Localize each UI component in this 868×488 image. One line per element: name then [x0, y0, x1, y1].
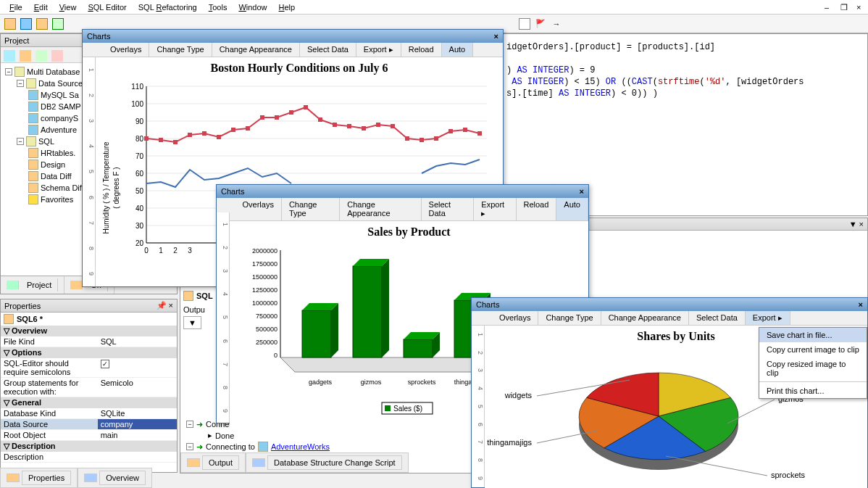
pin-icon[interactable]: 📌: [157, 301, 167, 310]
chart-title: Boston Hourly Conditions on July 6: [96, 57, 503, 79]
menu-sql-refactoring[interactable]: SQL Refactoring: [133, 1, 203, 13]
toolbar-icon[interactable]: [517, 17, 532, 31]
toolbar-icon[interactable]: →: [549, 17, 564, 31]
output-label: Outpu: [183, 305, 205, 314]
btn-change-type[interactable]: Change Type: [149, 43, 212, 57]
close-icon[interactable]: ×: [169, 301, 173, 310]
svg-text:2000000: 2000000: [252, 247, 277, 255]
restore-icon[interactable]: ❐: [835, 1, 848, 14]
svg-text:1500000: 1500000: [252, 273, 277, 281]
toolbar-icon[interactable]: [35, 17, 49, 31]
btn-export[interactable]: Export ▸: [474, 198, 516, 220]
svg-text:1: 1: [159, 247, 163, 255]
btn-auto[interactable]: Auto: [442, 43, 474, 57]
tab-overview[interactable]: Overview: [78, 468, 152, 488]
svg-text:90: 90: [135, 117, 144, 125]
prop-row[interactable]: SQL-Editor should require semicolons✓: [1, 358, 177, 378]
menu-copy-resized[interactable]: Copy resized image to clip: [759, 357, 867, 380]
svg-text:thingamajigs: thingamajigs: [487, 438, 532, 447]
prop-row[interactable]: File KindSQL: [1, 336, 177, 347]
btn-reload[interactable]: Reload: [517, 198, 557, 220]
close-icon[interactable]: ×: [580, 187, 584, 196]
dropdown-icon[interactable]: ▼: [849, 220, 857, 228]
expander-icon[interactable]: −: [186, 443, 193, 450]
filter-icon[interactable]: ▼: [183, 316, 201, 329]
btn-select-data[interactable]: Select Data: [689, 311, 746, 325]
btn-export[interactable]: Export ▸: [746, 311, 790, 325]
svg-rect-29: [188, 133, 192, 137]
section-description[interactable]: ▽ Description: [1, 441, 177, 452]
svg-text:80: 80: [135, 135, 144, 143]
tab-properties[interactable]: Properties: [0, 468, 78, 488]
svg-text:750000: 750000: [256, 313, 277, 320]
svg-rect-41: [362, 126, 366, 131]
expander-icon[interactable]: −: [186, 421, 193, 428]
prop-row[interactable]: Root Objectmain: [1, 430, 177, 441]
btn-reload[interactable]: Reload: [401, 43, 442, 57]
flag-icon[interactable]: 🚩: [533, 17, 548, 31]
svg-rect-38: [318, 117, 322, 122]
btn-change-appearance[interactable]: Change Appearance: [601, 311, 689, 325]
tab-output[interactable]: Output: [180, 452, 246, 473]
btn-change-type[interactable]: Change Type: [282, 198, 340, 220]
prop-row[interactable]: Database KindSQLite: [1, 408, 177, 419]
menu-print-chart[interactable]: Print this chart...: [759, 384, 867, 398]
toolbar-icon[interactable]: [19, 17, 33, 31]
section-general[interactable]: ▽ General: [1, 397, 177, 408]
section-overview[interactable]: ▽ Overview: [1, 326, 177, 336]
btn-overlays[interactable]: Overlays: [103, 43, 149, 57]
close-icon[interactable]: ×: [859, 300, 863, 309]
menu-view[interactable]: View: [54, 1, 83, 13]
toolbar-icon[interactable]: [2, 49, 17, 63]
svg-rect-33: [246, 126, 250, 131]
link-adventureworks[interactable]: AdventureWorks: [271, 442, 330, 451]
btn-select-data[interactable]: Select Data: [300, 43, 356, 57]
close-icon[interactable]: ×: [494, 32, 498, 41]
tab-db-change-script[interactable]: Database Structure Change Script: [246, 452, 409, 473]
svg-rect-28: [173, 140, 178, 144]
minimize-icon[interactable]: –: [819, 1, 832, 14]
close-icon[interactable]: ×: [851, 1, 864, 14]
menu-help[interactable]: Help: [273, 1, 301, 13]
svg-text:widgets: widgets: [504, 391, 533, 400]
tab-project[interactable]: Project: [1, 276, 64, 294]
svg-text:0: 0: [144, 247, 149, 255]
svg-text:Humidity ( % ) / Temperature: Humidity ( % ) / Temperature: [102, 141, 110, 234]
btn-export[interactable]: Export ▸: [356, 43, 401, 57]
svg-rect-39: [333, 123, 337, 127]
btn-auto[interactable]: Auto: [556, 198, 588, 220]
btn-overlays[interactable]: Overlays: [492, 311, 538, 325]
svg-text:500000: 500000: [256, 326, 277, 333]
toolbar-icon[interactable]: [34, 49, 49, 63]
prop-row[interactable]: Description: [1, 452, 177, 463]
menu-copy-current[interactable]: Copy current image to clip: [759, 342, 867, 357]
btn-overlays[interactable]: Overlays: [235, 198, 281, 220]
btn-change-type[interactable]: Change Type: [538, 311, 601, 325]
prop-row[interactable]: Group statements for execution with:Semi…: [1, 378, 177, 397]
section-options[interactable]: ▽ Options: [1, 347, 177, 358]
menu-file[interactable]: File: [4, 1, 28, 13]
ruler: 123456789: [83, 57, 96, 286]
svg-text:40: 40: [135, 204, 144, 212]
toolbar-icon[interactable]: [18, 49, 33, 63]
btn-select-data[interactable]: Select Data: [422, 198, 475, 220]
svg-text:30: 30: [135, 222, 144, 230]
menu-sql-editor[interactable]: SQL Editor: [82, 1, 132, 13]
prop-row[interactable]: Data Sourcecompany: [1, 419, 177, 430]
toolbar-icon[interactable]: [51, 17, 65, 31]
btn-change-appearance[interactable]: Change Appearance: [340, 198, 421, 220]
menu-tools[interactable]: Tools: [203, 1, 233, 13]
menu-edit[interactable]: Edit: [28, 1, 54, 13]
menu-save-chart[interactable]: Save chart in file...: [759, 328, 867, 342]
svg-rect-43: [391, 124, 395, 128]
btn-change-appearance[interactable]: Change Appearance: [212, 43, 300, 57]
chart-title-label: Charts: [87, 32, 110, 41]
svg-text:gizmos: gizmos: [361, 379, 382, 386]
toolbar-icon[interactable]: [3, 17, 17, 31]
close-icon[interactable]: ×: [859, 220, 864, 228]
toolbar-icon[interactable]: [50, 49, 64, 63]
menu-window[interactable]: Window: [233, 1, 272, 13]
svg-rect-26: [144, 136, 149, 141]
properties-panel: Properties📌× SQL6 * ▽ Overview File Kind…: [0, 299, 178, 473]
window-controls: – ❐ ×: [819, 1, 864, 14]
